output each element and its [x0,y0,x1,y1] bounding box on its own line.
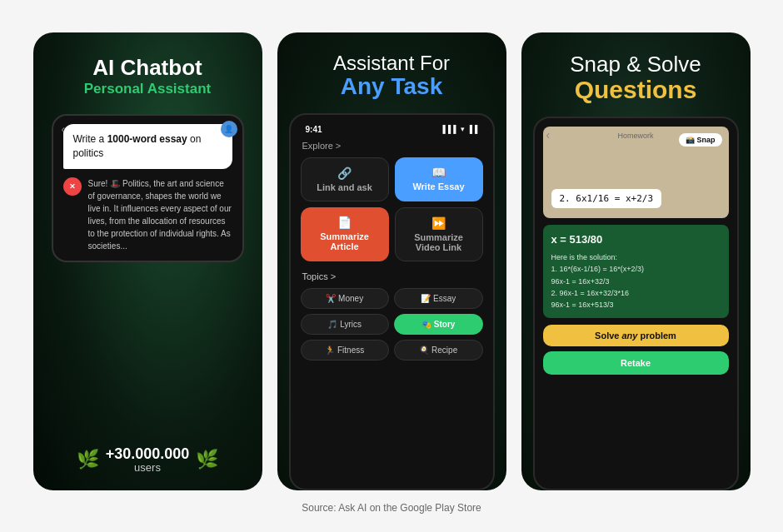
card3-title-line2: Questions [538,76,734,103]
source-text: Source: Ask AI on the Google Play Store [302,502,481,517]
laurel-left-icon: 🌿 [77,449,99,470]
write-icon: 📖 [431,166,446,179]
topic-money[interactable]: ✂️ Money [301,288,390,309]
solution-answer: x = 513/80 [551,231,721,249]
write-essay-label: Write Essay [412,181,464,191]
solve-problem-button[interactable]: Solve any problem [543,325,729,346]
link-ask-label: Link and ask [317,182,372,192]
card-assistant-task: Assistant For Any Task 9:41 ▌▌▌ ▾ ▐▐ Exp… [277,32,506,490]
action-summarize-video[interactable]: ⏩ Summarize Video Link [395,207,483,261]
status-bar: 9:41 ▌▌▌ ▾ ▐▐ [299,123,485,136]
topic-essay[interactable]: 📝 Essay [394,288,483,309]
article-icon: 📄 [337,216,352,229]
users-label: users [106,461,190,474]
action-summarize-article[interactable]: 📄 Summarize Article [301,207,389,261]
solution-header: Here is the solution: [551,251,721,263]
quick-actions-grid: 🔗 Link and ask 📖 Write Essay 📄 Summarize… [299,157,485,261]
summarize-video-label: Summarize Video Link [402,232,476,252]
topics-grid: ✂️ Money 📝 Essay 🎵 Lyrics 🎭 Story 🏃 Fitn… [299,288,485,360]
video-icon: ⏩ [431,216,446,230]
solution-step-2: 96x-1 = 16x+32/3 [551,276,721,287]
solution-box: x = 513/80 Here is the solution: 1. 16*(… [543,225,729,318]
users-badge: 🌿 +30.000.000 users 🌿 [52,445,244,474]
solution-step-4: 96x-1 = 16x+513/3 [551,299,721,311]
summarize-article-label: Summarize Article [307,231,382,251]
homework-image: 📸 Snap 2. 6x1/16 = x+2/3 [543,127,729,218]
link-icon: 🔗 [337,167,352,180]
solution-step-1: 1. 16*(6x-1/16) = 16*(x+2/3) [551,263,721,275]
card1-subtitle: Personal Assistant [52,81,244,97]
topic-fitness[interactable]: 🏃 Fitness [301,340,390,360]
phone-mockup-3: 📸 Snap 2. 6x1/16 = x+2/3 x = 513/80 Here… [533,117,739,490]
card-ai-chatbot: AI Chatbot Personal Assistant Write a 10… [33,32,262,490]
screenshots-container: AI Chatbot Personal Assistant Write a 10… [8,16,776,497]
card1-title: AI Chatbot [52,56,244,80]
retake-button[interactable]: Retake [543,351,729,375]
card2-header: Assistant For Any Task [277,32,506,113]
ai-icon: ✕ [63,177,82,196]
card2-title-line2: Any Task [294,74,490,100]
action-link-ask[interactable]: 🔗 Link and ask [301,157,389,201]
status-icons: ▌▌▌ ▾ ▐▐ [443,125,478,133]
solution-step-3: 2. 96x-1 = 16x+32/3*16 [551,287,721,299]
topics-row-1: ✂️ Money 📝 Essay [301,288,483,309]
chat-prompt-bubble: Write a 1000-word essay on politics 👤 [63,124,232,169]
card2-title-line1: Assistant For [294,52,490,74]
topic-recipe[interactable]: 🍳 Recipe [394,340,483,360]
users-count: +30.000.000 [106,445,190,463]
explore-label: Explore > [299,141,485,151]
topic-story[interactable]: 🎭 Story [394,314,483,335]
phone-mockup-1: Write a 1000-word essay on politics 👤 ✕ … [52,114,244,262]
laurel-right-icon: 🌿 [196,449,218,470]
phone-mockup-2: 9:41 ▌▌▌ ▾ ▐▐ Explore > 🔗 Link and ask 📖… [289,113,495,490]
card3-header: Snap & Solve Questions [521,32,751,117]
response-text: Sure! 🎩 Politics, the art and science of… [88,177,232,252]
topics-label: Topics > [299,271,485,281]
topics-row-3: 🏃 Fitness 🍳 Recipe [301,340,483,360]
topics-row-2: 🎵 Lyrics 🎭 Story [301,314,483,335]
chat-response: ✕ Sure! 🎩 Politics, the art and science … [63,177,232,252]
snap-label: 📸 Snap [679,133,722,147]
card3-title-line1: Snap & Solve [538,52,734,77]
math-equation: 2. 6x1/16 = x+2/3 [551,189,662,208]
user-avatar: 👤 [221,121,237,137]
card1-header: AI Chatbot Personal Assistant [52,56,244,98]
chat-write-word: Write a [73,133,107,145]
card-snap-solve: Snap & Solve Questions 📸 Snap 2. 6x1/16 … [521,32,751,490]
topic-lyrics[interactable]: 🎵 Lyrics [301,314,390,335]
action-write-essay[interactable]: 📖 Write Essay [395,157,483,201]
status-time: 9:41 [306,125,322,134]
